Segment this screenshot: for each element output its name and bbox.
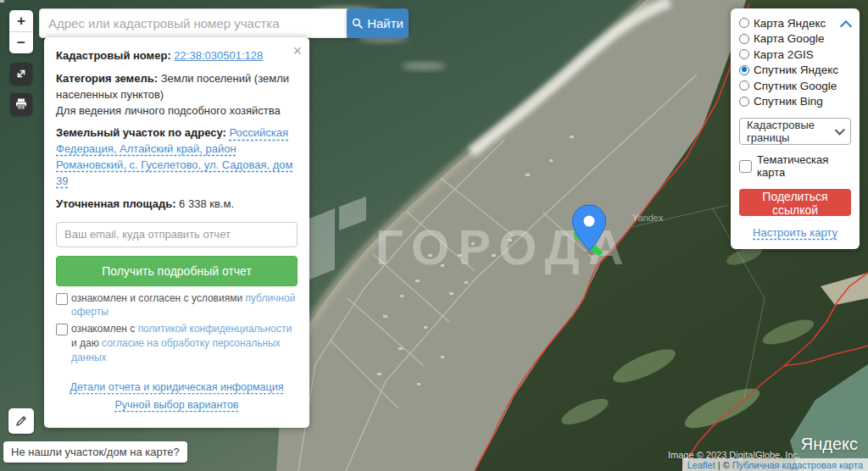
- zoom-control: + −: [9, 10, 33, 53]
- area-label: Уточненная площадь:: [56, 197, 175, 210]
- privacy-text1: ознакомлен с: [71, 323, 138, 335]
- land-category-row: Категория земель: Земли поселений (земли…: [56, 71, 298, 119]
- privacy-text2: и даю: [71, 337, 102, 349]
- fullscreen-button[interactable]: [10, 63, 32, 85]
- layer-option-karta-google[interactable]: Карта Google: [739, 31, 851, 47]
- layers-panel: Карта Яндекс Карта Google Карта 2GIS Спу…: [731, 8, 860, 249]
- area-row: Уточненная площадь: 6 338 кв.м.: [56, 197, 298, 213]
- zoom-out-button[interactable]: −: [9, 32, 33, 53]
- radio-icon[interactable]: [739, 97, 749, 107]
- configure-map-link[interactable]: Настроить карту: [739, 226, 851, 239]
- personal-data-link[interactable]: согласие на обработку персональных данны…: [71, 337, 281, 363]
- manual-choice-link[interactable]: Ручной выбор вариантов: [115, 399, 239, 411]
- search-input[interactable]: [39, 8, 349, 38]
- privacy-checkbox[interactable]: [56, 324, 68, 335]
- layer-option-label: Карта Google: [754, 32, 824, 45]
- radio-icon[interactable]: [739, 34, 749, 44]
- layer-option-label: Спутник Bing: [754, 95, 823, 108]
- attribution-separator: | ©: [718, 460, 730, 470]
- area-value: 6 338 кв.м.: [179, 197, 234, 210]
- close-icon[interactable]: ×: [292, 42, 302, 60]
- offer-agreement-row: ознакомлен и согласен с условиями публич…: [56, 291, 298, 320]
- land-usage-value: Для ведения личного подсобного хозяйства: [56, 104, 281, 117]
- overlay-type-select[interactable]: Кадастровые границы: [739, 118, 851, 145]
- cadastral-number-row: Кадастровый номер: 22:38:030501:128: [56, 48, 298, 64]
- email-input[interactable]: [56, 222, 298, 247]
- footer-links: Детали отчета и юридическая информация Р…: [56, 379, 298, 415]
- cadastral-map-app: ГОРОДА Yandex Найти + −: [0, 0, 868, 471]
- privacy-policy-link[interactable]: политикой конфиденциальности: [138, 323, 292, 335]
- radio-icon[interactable]: [739, 18, 749, 28]
- radio-selected-icon[interactable]: [739, 65, 749, 75]
- yandex-logo: Яндекс: [801, 435, 858, 454]
- draw-button[interactable]: [8, 408, 34, 434]
- pkk-link[interactable]: Публичная кадастровая карта: [732, 460, 863, 470]
- offer-text: ознакомлен и согласен с условиями: [71, 292, 245, 304]
- layer-option-label: Спутник Яндекс: [754, 64, 838, 76]
- attribution-strip: Leaflet | © Публичная кадастровая карта: [682, 458, 868, 471]
- search-button-label: Найти: [367, 16, 403, 30]
- not-found-button[interactable]: Не нашли участок/дом на карте?: [3, 441, 187, 463]
- layer-option-label: Карта 2GIS: [754, 48, 814, 61]
- share-link-button[interactable]: Поделиться ссылкой: [739, 189, 851, 216]
- radio-icon[interactable]: [739, 80, 749, 91]
- wave-wisp: [402, 62, 446, 70]
- parcel-info-panel: × Кадастровый номер: 22:38:030501:128 Ка…: [44, 37, 309, 428]
- layer-option-karta-yandex[interactable]: Карта Яндекс: [739, 15, 851, 31]
- cadastral-number-label: Кадастровый номер:: [56, 49, 171, 62]
- thematic-checkbox[interactable]: [739, 160, 752, 173]
- report-details-link[interactable]: Детали отчета и юридическая информация: [70, 381, 284, 393]
- print-button[interactable]: [10, 93, 32, 115]
- pencil-icon: [14, 413, 29, 429]
- get-report-button[interactable]: Получить подробный отчет: [56, 256, 298, 286]
- radio-icon[interactable]: [739, 49, 749, 59]
- expand-icon: [14, 67, 28, 80]
- layer-option-sputnik-google[interactable]: Спутник Google: [739, 78, 851, 94]
- printer-icon: [14, 97, 28, 111]
- address-row: Земельный участок по адресу: Российская …: [56, 125, 298, 189]
- offer-checkbox[interactable]: [56, 293, 68, 305]
- layer-option-sputnik-bing[interactable]: Спутник Bing: [739, 94, 851, 110]
- layer-option-karta-2gis[interactable]: Карта 2GIS: [739, 47, 851, 63]
- layer-option-label: Карта Яндекс: [754, 17, 826, 30]
- layer-option-label: Спутник Google: [754, 80, 837, 92]
- yandex-small-watermark: Yandex: [632, 213, 664, 223]
- zoom-in-button[interactable]: +: [9, 10, 33, 31]
- address-label: Земельный участок по адресу:: [56, 126, 226, 139]
- search-icon: [352, 17, 363, 30]
- land-category-label: Категория земель:: [56, 72, 158, 85]
- layer-option-sputnik-yandex[interactable]: Спутник Яндекс: [739, 63, 851, 79]
- thematic-map-row[interactable]: Тематическая карта: [739, 153, 851, 179]
- cadastral-number-link[interactable]: 22:38:030501:128: [174, 49, 263, 62]
- privacy-agreement-row: ознакомлен с политикой конфиденциальност…: [56, 322, 298, 364]
- thematic-label: Тематическая карта: [757, 153, 851, 179]
- search-button[interactable]: Найти: [347, 8, 409, 38]
- leaflet-link[interactable]: Leaflet: [687, 460, 715, 470]
- overlay-type-value: Кадастровые границы: [747, 119, 837, 144]
